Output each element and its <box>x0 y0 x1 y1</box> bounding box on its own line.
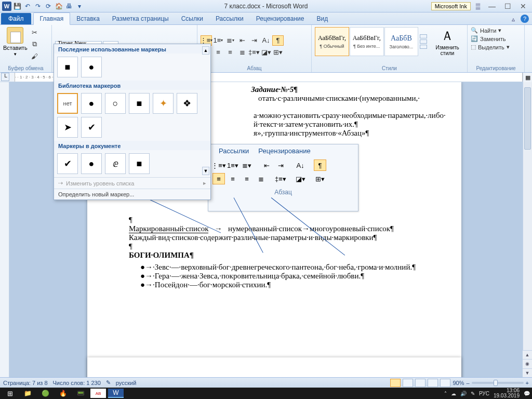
taskbar-explorer-icon[interactable]: 📁 <box>20 389 35 398</box>
tab-layout[interactable]: Разметка страницы <box>106 13 175 24</box>
undo-icon[interactable]: ↶ <box>23 2 32 11</box>
view-draft-icon[interactable] <box>440 379 450 387</box>
bullet-recent-square[interactable]: ■ <box>57 57 78 77</box>
view-fullscreen-icon[interactable] <box>403 379 413 387</box>
view-web-icon[interactable] <box>415 379 425 387</box>
decrease-indent-icon[interactable]: ⇤ <box>236 35 248 46</box>
numbered-list-button[interactable]: 1≡▾ <box>212 35 224 46</box>
refresh-icon[interactable]: ⟳ <box>44 2 53 11</box>
cut-icon[interactable]: ✂ <box>30 27 40 37</box>
bullet-recent-disc[interactable]: ● <box>81 57 102 77</box>
tab-review[interactable]: Рецензирование <box>250 13 311 24</box>
align-center-icon[interactable]: ≡ <box>212 47 224 58</box>
bullet-diamond4[interactable]: ❖ <box>177 93 197 114</box>
tab-mailings[interactable]: Рассылки <box>209 13 250 24</box>
redo-icon[interactable]: ↷ <box>33 2 43 11</box>
tray-notifications-icon[interactable]: 💬 <box>524 391 530 396</box>
align-right-icon[interactable]: ≡ <box>224 47 236 58</box>
shading-icon[interactable]: ◪▾ <box>260 47 272 58</box>
tab-insert[interactable]: Вставка <box>70 13 106 24</box>
format-painter-icon[interactable]: 🖌 <box>30 51 40 61</box>
prev-page-icon[interactable]: ▲ <box>523 350 532 359</box>
browse-object-icon[interactable]: ◉ <box>523 359 532 368</box>
tab-view[interactable]: Вид <box>310 13 334 24</box>
view-print-layout-icon[interactable] <box>390 379 401 387</box>
scroll-thumb[interactable] <box>524 87 531 150</box>
style-heading[interactable]: АаБбВ Заголово... <box>384 27 419 56</box>
bullet-doc-flourish[interactable]: ⅇ <box>105 153 126 174</box>
style-normal[interactable]: АаБбВвГг, ¶ Обычный <box>315 27 349 56</box>
tray-clock[interactable]: 13:06 19.03.2019 <box>494 388 520 398</box>
ribbon-collapse-icon[interactable]: ▵ <box>508 15 518 24</box>
ruler-toggle-icon[interactable]: ▦ <box>523 73 532 82</box>
start-button[interactable]: ⊞ <box>2 389 18 398</box>
bullet-doc-disc[interactable]: ● <box>81 153 102 174</box>
tray-language[interactable]: РУС <box>479 391 489 396</box>
styles-gallery-more[interactable] <box>420 34 427 49</box>
next-page-icon[interactable]: ▼ <box>523 368 532 377</box>
change-styles-button[interactable]: Ａ Изменить стили <box>431 28 464 56</box>
tray-pen-icon[interactable]: ✎ <box>471 391 475 396</box>
sort-icon[interactable]: A↓ <box>260 35 272 46</box>
minimize-button[interactable]: — <box>485 2 499 11</box>
word-app-icon: W <box>2 2 11 11</box>
increase-indent-icon[interactable]: ⇥ <box>248 35 260 46</box>
zoom-in-icon[interactable]: + <box>526 380 529 386</box>
menu-scroll-down-icon[interactable]: ▼ <box>202 167 209 175</box>
taskbar-calculator-icon[interactable]: 📟 <box>73 389 88 398</box>
find-button[interactable]: 🔍Найти ▾ <box>471 27 521 34</box>
tray-cloud-icon[interactable]: ☁ <box>451 391 456 396</box>
replace-button[interactable]: 🔄Заменить <box>471 35 521 42</box>
bullet-none[interactable]: нет <box>57 93 78 114</box>
show-marks-icon[interactable]: ¶ <box>272 35 284 46</box>
status-proofing-icon[interactable]: ✎ <box>106 379 111 386</box>
qat-more-icon[interactable]: ▾ <box>75 2 84 11</box>
vertical-ruler[interactable] <box>0 82 9 377</box>
view-outline-icon[interactable] <box>428 379 438 387</box>
tray-volume-icon[interactable]: 🔊 <box>460 391 467 396</box>
save-icon[interactable]: 💾 <box>12 2 22 11</box>
menu-scroll-up-icon[interactable]: ▲ <box>202 46 209 55</box>
close-button[interactable]: ✕ <box>516 2 530 11</box>
taskbar-word-icon[interactable]: W <box>108 389 124 398</box>
bullet-define-new[interactable]: Определить новый маркер... <box>54 189 210 200</box>
bullet-disc[interactable]: ● <box>81 93 102 114</box>
bullet-check[interactable]: ✔ <box>81 117 102 138</box>
help-icon[interactable]: ? <box>521 15 529 23</box>
taskbar-chrome-icon[interactable]: 🟢 <box>37 389 53 398</box>
status-page[interactable]: Страница: 7 из 8 <box>3 380 48 386</box>
print-icon[interactable]: 🖶 <box>64 2 74 11</box>
bullet-doc-square[interactable]: ■ <box>129 153 150 174</box>
ribbon-minimize-icon[interactable]: ▒ <box>473 2 483 11</box>
zoom-slider[interactable] <box>472 382 524 384</box>
select-button[interactable]: ⬚Выделить ▾ <box>471 44 521 50</box>
bullet-4color[interactable]: ✦ <box>153 93 174 114</box>
tab-home[interactable]: Главная <box>33 12 71 25</box>
bullet-circle[interactable]: ○ <box>105 93 126 114</box>
bullet-doc-check[interactable]: ✔ <box>57 153 78 174</box>
line-spacing-icon[interactable]: ‡≡▾ <box>248 47 260 58</box>
tab-references[interactable]: Ссылки <box>175 13 209 24</box>
document-next-page[interactable] <box>87 357 461 377</box>
borders-icon[interactable]: ⊞▾ <box>272 47 284 58</box>
bullet-square[interactable]: ■ <box>129 93 150 114</box>
zoom-level[interactable]: 90% <box>453 380 464 386</box>
maximize-button[interactable]: ☐ <box>501 2 514 11</box>
tab-file[interactable]: Файл <box>1 13 31 24</box>
multilevel-list-button[interactable]: ≣▾ <box>224 35 236 46</box>
bullet-arrow[interactable]: ➤ <box>57 117 78 138</box>
status-language[interactable]: русский <box>116 380 136 386</box>
justify-icon[interactable]: ≣ <box>236 47 248 58</box>
taskbar-app-icon[interactable]: 🔥 <box>55 389 71 398</box>
microsoft-ink-button[interactable]: Microsoft Ink <box>431 2 471 10</box>
copy-icon[interactable]: ⧉ <box>30 39 40 49</box>
status-word-count[interactable]: Число слов: 1 230 <box>53 380 101 386</box>
tray-chevron-icon[interactable]: ˄ <box>444 391 447 396</box>
taskbar-abnet-icon[interactable]: AB <box>90 389 106 398</box>
paste-button[interactable]: Вставить ▼ <box>3 27 28 57</box>
style-no-spacing[interactable]: АаБбВвГг, ¶ Без инте... <box>350 27 384 56</box>
vertical-scrollbar[interactable]: ▲ ◉ ▼ <box>523 82 532 377</box>
home-doc-icon[interactable]: 🏠 <box>54 2 63 11</box>
tab-selector[interactable]: └ <box>1 73 9 81</box>
zoom-out-icon[interactable]: – <box>466 380 469 386</box>
